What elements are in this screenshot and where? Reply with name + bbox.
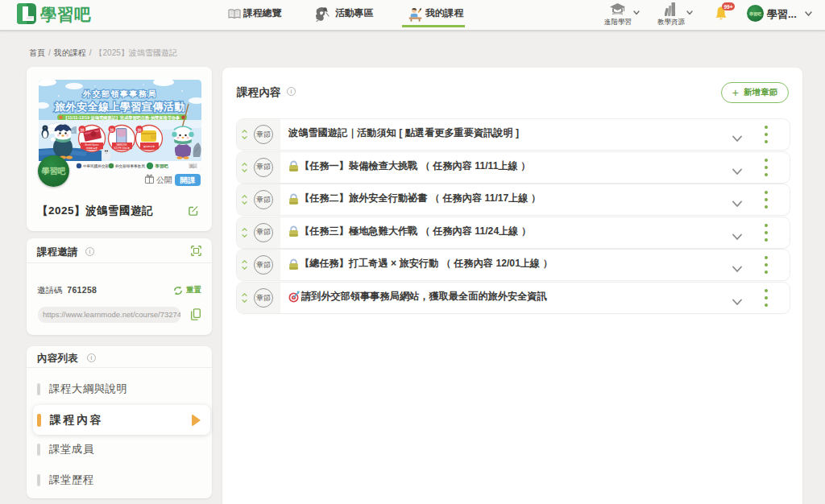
svg-text:外交部領事事務局: 外交部領事事務局	[115, 163, 145, 169]
svg-text:S25 FE 5G手機: S25 FE 5G手機	[114, 147, 130, 150]
svg-text:抽: 抽	[110, 127, 114, 133]
svg-text:禮物即享券: 禮物即享券	[86, 147, 97, 150]
svg-text:外交部領事事務局: 外交部領事事務局	[82, 89, 157, 98]
svg-text:學習吧: 學習吧	[155, 163, 169, 169]
svg-text:中華民國外交部: 中華民國外交部	[83, 163, 110, 169]
svg-text:測試: 測試	[189, 163, 197, 169]
svg-text:旅外安全線上學習宣傳活動: 旅外安全線上學習宣傳活動	[54, 101, 185, 113]
svg-text:【11/11-12/19 波鴿雪國遊記】完成學習吧任務·抽獎: 【11/11-12/19 波鴿雪國遊記】完成學習吧任務·抽獎資格等你拿	[64, 115, 180, 121]
svg-text:抽: 抽	[81, 127, 85, 133]
svg-text:抽: 抽	[138, 127, 142, 133]
svg-text:寶島眼鏡券: 寶島眼鏡券	[143, 145, 155, 148]
